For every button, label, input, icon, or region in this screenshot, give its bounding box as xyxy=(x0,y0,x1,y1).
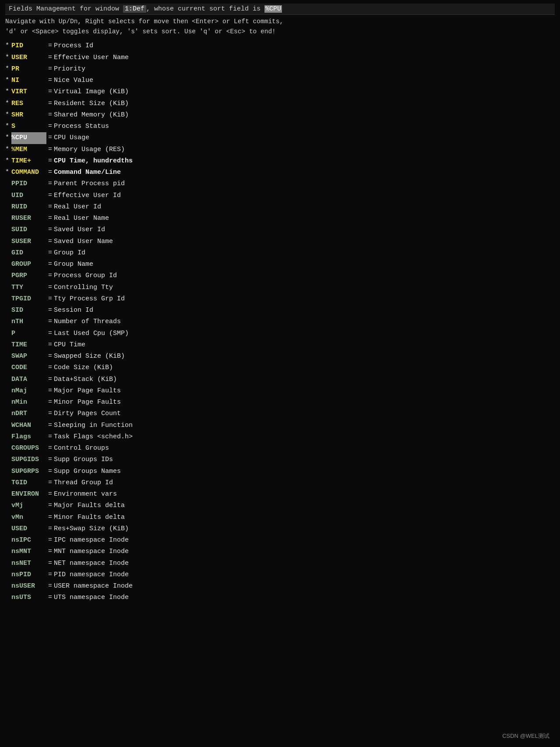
field-name: USER xyxy=(11,52,46,63)
field-row: P = Last Used Cpu (SMP) xyxy=(5,328,555,339)
field-name: PGRP xyxy=(11,270,46,282)
field-row: TIME = CPU Time xyxy=(5,339,555,351)
field-name: GROUP xyxy=(11,259,46,270)
field-description: Process Group Id xyxy=(54,270,117,282)
field-active-marker: * xyxy=(5,98,11,109)
field-name: USED xyxy=(11,523,46,535)
field-row: vMn = Minor Faults delta xyxy=(5,512,555,523)
field-row: *USER = Effective User Name xyxy=(5,52,555,63)
field-active-marker: * xyxy=(5,63,11,75)
field-row: UID = Effective User Id xyxy=(5,190,555,201)
field-equals: = xyxy=(48,144,52,155)
field-row: nMaj = Major Page Faults xyxy=(5,385,555,397)
field-description: CPU Time xyxy=(54,339,85,351)
field-row: CGROUPS = Control Groups xyxy=(5,443,555,454)
field-description: Dirty Pages Count xyxy=(54,408,121,419)
field-row: *S = Process Status xyxy=(5,121,555,132)
field-row: *TIME+ = CPU Time, hundredths xyxy=(5,155,555,167)
nav-line1: Navigate with Up/Dn, Right selects for m… xyxy=(5,17,555,27)
field-name: PID xyxy=(11,40,46,52)
field-equals: = xyxy=(48,431,52,443)
field-equals: = xyxy=(48,109,52,121)
field-equals: = xyxy=(48,558,52,569)
field-equals: = xyxy=(48,178,52,190)
field-row: RUSER = Real User Name xyxy=(5,213,555,224)
field-description: USER namespace Inode xyxy=(54,581,133,592)
field-description: Minor Page Faults xyxy=(54,397,121,408)
field-equals: = xyxy=(48,374,52,385)
field-description: Major Page Faults xyxy=(54,385,121,397)
field-equals: = xyxy=(48,385,52,397)
field-equals: = xyxy=(48,420,52,431)
field-name: CODE xyxy=(11,362,46,374)
field-description: Effective User Id xyxy=(54,190,121,201)
field-name: nsPID xyxy=(11,569,46,581)
field-description: Group Name xyxy=(54,259,93,270)
field-equals: = xyxy=(48,86,52,98)
field-equals: = xyxy=(48,592,52,603)
field-description: Sleeping in Function xyxy=(54,420,133,431)
field-description: Tty Process Grp Id xyxy=(54,293,125,305)
field-description: Thread Group Id xyxy=(54,477,113,489)
field-name: GID xyxy=(11,247,46,259)
field-row: TGID = Thread Group Id xyxy=(5,477,555,489)
field-equals: = xyxy=(48,259,52,270)
field-name: UID xyxy=(11,190,46,201)
field-row: nTH = Number of Threads xyxy=(5,316,555,328)
field-name: %MEM xyxy=(11,144,46,155)
field-equals: = xyxy=(48,213,52,224)
field-equals: = xyxy=(48,282,52,293)
field-description: Nice Value xyxy=(54,75,93,86)
field-name: nsUSER xyxy=(11,581,46,592)
field-equals: = xyxy=(48,477,52,489)
field-row: SUPGIDS = Supp Groups IDs xyxy=(5,454,555,465)
field-row: *PR = Priority xyxy=(5,63,555,75)
field-name: TTY xyxy=(11,282,46,293)
field-description: Virtual Image (KiB) xyxy=(54,86,129,98)
field-row: GID = Group Id xyxy=(5,247,555,259)
field-active-marker: * xyxy=(5,167,11,178)
field-name: nMaj xyxy=(11,385,46,397)
field-row: nsIPC = IPC namespace Inode xyxy=(5,535,555,546)
field-name: SID xyxy=(11,305,46,316)
field-equals: = xyxy=(48,397,52,408)
field-name: S xyxy=(11,121,46,132)
field-equals: = xyxy=(48,408,52,419)
field-row: nMin = Minor Page Faults xyxy=(5,397,555,408)
field-equals: = xyxy=(48,224,52,236)
field-row: *SHR = Shared Memory (KiB) xyxy=(5,109,555,121)
field-equals: = xyxy=(48,362,52,374)
field-row: SID = Session Id xyxy=(5,305,555,316)
field-name: DATA xyxy=(11,374,46,385)
field-row: *%CPU = CPU Usage xyxy=(5,132,555,144)
field-equals: = xyxy=(48,351,52,362)
field-description: Environment vars xyxy=(54,489,117,500)
field-row: SUPGRPS = Supp Groups Names xyxy=(5,466,555,477)
field-row: ENVIRON = Environment vars xyxy=(5,489,555,500)
field-active-marker: * xyxy=(5,132,11,144)
field-description: CPU Time, hundredths xyxy=(54,155,133,167)
field-row: vMj = Major Faults delta xyxy=(5,500,555,511)
field-name: SUPGIDS xyxy=(11,454,46,465)
title-prefix: Fields Management for window xyxy=(9,5,123,13)
field-active-marker: * xyxy=(5,75,11,86)
field-equals: = xyxy=(48,190,52,201)
field-description: Res+Swap Size (KiB) xyxy=(54,523,129,535)
field-name: NI xyxy=(11,75,46,86)
field-name: nsIPC xyxy=(11,535,46,546)
field-description: Data+Stack (KiB) xyxy=(54,374,117,385)
field-equals: = xyxy=(48,98,52,109)
field-name: VIRT xyxy=(11,86,46,98)
field-description: Task Flags <sched.h> xyxy=(54,431,133,443)
field-description: CPU Usage xyxy=(54,132,89,144)
field-name: nMin xyxy=(11,397,46,408)
field-description: Shared Memory (KiB) xyxy=(54,109,129,121)
field-equals: = xyxy=(48,247,52,259)
field-name: SHR xyxy=(11,109,46,121)
field-active-marker: * xyxy=(5,40,11,52)
field-row: *COMMAND = Command Name/Line xyxy=(5,167,555,178)
field-name: %CPU xyxy=(11,132,46,144)
nav-line2: 'd' or <Space> toggles display, 's' sets… xyxy=(5,27,555,37)
field-name: SUSER xyxy=(11,236,46,247)
title-suffix: , whose current sort field is xyxy=(146,5,264,13)
